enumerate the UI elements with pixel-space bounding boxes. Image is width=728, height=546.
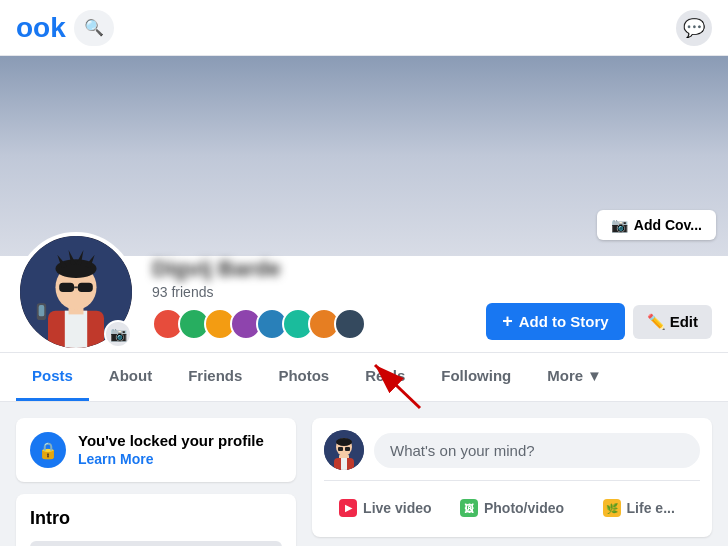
tab-photos[interactable]: Photos — [262, 353, 345, 401]
profile-row: 📷 Digvij Barde 93 friends + Add to Story — [0, 256, 728, 352]
avatar-camera-icon[interactable]: 📷 — [104, 320, 132, 348]
profile-nav: Posts About Friends Photos Reels Followi… — [0, 352, 728, 401]
svg-rect-22 — [341, 458, 347, 470]
learn-more-link[interactable]: Learn More — [78, 451, 153, 467]
add-bio-button[interactable]: Add Bio — [30, 541, 282, 546]
post-box-avatar — [324, 430, 364, 470]
svg-rect-11 — [78, 283, 93, 292]
friends-avatars — [152, 308, 470, 340]
live-video-icon: ▶ — [339, 499, 357, 517]
avatar-wrap: 📷 — [16, 232, 136, 352]
friends-count: 93 friends — [152, 284, 470, 300]
post-input[interactable]: What's on your mind? — [374, 433, 700, 468]
profile-details: Digvij Barde 93 friends — [152, 256, 470, 352]
add-cover-button[interactable]: 📷 Add Cov... — [597, 210, 716, 240]
tab-following[interactable]: Following — [425, 353, 527, 401]
tab-posts[interactable]: Posts — [16, 353, 89, 401]
messenger-icon[interactable]: 💬 — [676, 10, 712, 46]
facebook-logo: ook — [16, 12, 66, 44]
top-bar-left: ook 🔍 — [16, 10, 114, 46]
tab-friends[interactable]: Friends — [172, 353, 258, 401]
main-content: 🔒 You've locked your profile Learn More … — [0, 402, 728, 546]
intro-card: Intro Add Bio 🎓 Studies at Government En… — [16, 494, 296, 546]
camera-icon: 📷 — [611, 217, 628, 233]
live-video-button[interactable]: ▶ Live video — [324, 491, 447, 525]
top-bar: ook 🔍 💬 — [0, 0, 728, 56]
pencil-icon: ✏️ — [647, 313, 666, 331]
tab-more[interactable]: More ▼ — [531, 353, 618, 401]
post-box: What's on your mind? ▶ Live video 🖼 Phot… — [312, 418, 712, 537]
profile-name: Digvij Barde — [152, 256, 470, 282]
cover-photo: 📷 Add Cov... — [0, 56, 728, 256]
profile-info-section: 📷 Digvij Barde 93 friends + Add to Story — [0, 256, 728, 402]
profile-actions: + Add to Story ✏️ Edit — [486, 303, 712, 352]
intro-title: Intro — [30, 508, 282, 529]
photo-icon: 🖼 — [460, 499, 478, 517]
friend-avatar-8 — [334, 308, 366, 340]
add-to-story-button[interactable]: + Add to Story — [486, 303, 625, 340]
search-box[interactable]: 🔍 — [74, 10, 114, 46]
photo-video-button[interactable]: 🖼 Photo/video — [451, 491, 574, 525]
post-box-top: What's on your mind? — [324, 430, 700, 470]
svg-rect-10 — [59, 283, 74, 292]
left-column: 🔒 You've locked your profile Learn More … — [16, 418, 296, 546]
life-event-icon: 🌿 — [603, 499, 621, 517]
chevron-down-icon: ▼ — [587, 367, 602, 384]
svg-point-19 — [336, 438, 352, 446]
search-icon: 🔍 — [84, 18, 104, 37]
plus-icon: + — [502, 311, 513, 332]
right-column: What's on your mind? ▶ Live video 🖼 Phot… — [312, 418, 712, 546]
locked-profile-card: 🔒 You've locked your profile Learn More — [16, 418, 296, 482]
edit-profile-button[interactable]: ✏️ Edit — [633, 305, 712, 339]
post-avatar-icon — [324, 430, 364, 470]
svg-rect-2 — [65, 311, 87, 348]
svg-rect-24 — [345, 447, 350, 451]
svg-rect-23 — [338, 447, 343, 451]
post-box-actions: ▶ Live video 🖼 Photo/video 🌿 Life e... — [324, 480, 700, 525]
svg-rect-14 — [39, 305, 45, 316]
locked-profile-text: You've locked your profile Learn More — [78, 432, 264, 467]
tab-about[interactable]: About — [93, 353, 168, 401]
tab-reels[interactable]: Reels — [349, 353, 421, 401]
life-event-button[interactable]: 🌿 Life e... — [577, 491, 700, 525]
lock-icon: 🔒 — [30, 432, 66, 468]
